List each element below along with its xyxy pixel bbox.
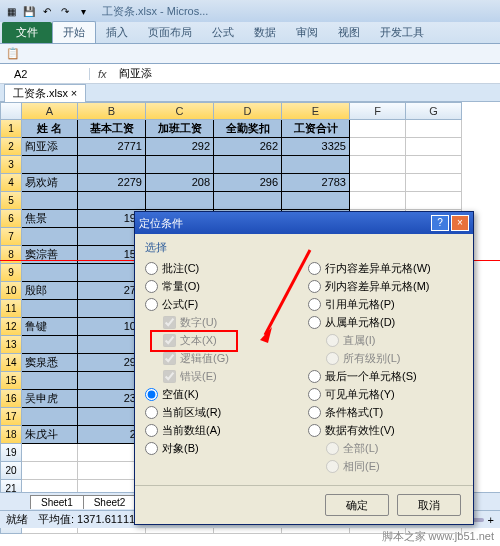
cell[interactable] — [22, 192, 78, 210]
cell[interactable] — [406, 138, 462, 156]
option[interactable]: 引用单元格(P) — [308, 295, 463, 313]
option[interactable]: 最后一个单元格(S) — [308, 367, 463, 385]
cell[interactable] — [22, 372, 78, 390]
cell[interactable]: 窦淙善 — [22, 246, 78, 264]
cell[interactable]: 姓 名 — [22, 120, 78, 138]
row-header[interactable]: 7 — [0, 228, 22, 246]
row-header[interactable]: 19 — [0, 444, 22, 462]
cell[interactable] — [214, 156, 282, 174]
row-header[interactable]: 1 — [0, 120, 22, 138]
row-header[interactable]: 10 — [0, 282, 22, 300]
cancel-button[interactable]: 取消 — [397, 494, 461, 516]
cell[interactable] — [22, 264, 78, 282]
row-header[interactable]: 5 — [0, 192, 22, 210]
option[interactable]: 对象(B) — [145, 439, 300, 457]
col-header[interactable]: E — [282, 102, 350, 120]
option[interactable]: 行内容差异单元格(W) — [308, 259, 463, 277]
option[interactable]: 当前区域(R) — [145, 403, 300, 421]
cell[interactable] — [350, 138, 406, 156]
cell[interactable] — [350, 120, 406, 138]
row-header[interactable]: 3 — [0, 156, 22, 174]
cell[interactable] — [22, 156, 78, 174]
dialog-close-button[interactable]: × — [451, 215, 469, 231]
tab-视图[interactable]: 视图 — [328, 22, 370, 43]
tab-开发工具[interactable]: 开发工具 — [370, 22, 434, 43]
tab-数据[interactable]: 数据 — [244, 22, 286, 43]
option[interactable]: 公式(F) — [145, 295, 300, 313]
option[interactable]: 数据有效性(V) — [308, 421, 463, 439]
cell[interactable]: 2771 — [78, 138, 146, 156]
row-header[interactable]: 14 — [0, 354, 22, 372]
row-header[interactable]: 18 — [0, 426, 22, 444]
cell[interactable] — [350, 192, 406, 210]
option[interactable]: 当前数组(A) — [145, 421, 300, 439]
option[interactable]: 常量(O) — [145, 277, 300, 295]
cell[interactable]: 工资合计 — [282, 120, 350, 138]
cell[interactable]: 加班工资 — [146, 120, 214, 138]
row-header[interactable]: 17 — [0, 408, 22, 426]
row-header[interactable]: 16 — [0, 390, 22, 408]
cell[interactable] — [282, 156, 350, 174]
cell[interactable]: 吴申虎 — [22, 390, 78, 408]
cell[interactable]: 朱戊斗 — [22, 426, 78, 444]
cell[interactable]: 窦泉悉 — [22, 354, 78, 372]
option[interactable]: 空值(K) — [145, 385, 300, 403]
cell[interactable] — [214, 192, 282, 210]
option[interactable]: 从属单元格(D) — [308, 313, 463, 331]
tab-file[interactable]: 文件 — [2, 22, 52, 43]
tab-审阅[interactable]: 审阅 — [286, 22, 328, 43]
cell[interactable] — [282, 192, 350, 210]
cell[interactable] — [350, 174, 406, 192]
col-header[interactable]: B — [78, 102, 146, 120]
row-header[interactable]: 2 — [0, 138, 22, 156]
qat-more-icon[interactable]: ▾ — [76, 4, 90, 18]
row-header[interactable]: 11 — [0, 300, 22, 318]
tab-页面布局[interactable]: 页面布局 — [138, 22, 202, 43]
cell[interactable] — [406, 192, 462, 210]
cell[interactable] — [22, 336, 78, 354]
cell[interactable] — [22, 228, 78, 246]
cell[interactable] — [78, 156, 146, 174]
cell[interactable]: 3325 — [282, 138, 350, 156]
ok-button[interactable]: 确定 — [325, 494, 389, 516]
row-header[interactable]: 13 — [0, 336, 22, 354]
cell[interactable]: 262 — [214, 138, 282, 156]
cell[interactable]: 焦景 — [22, 210, 78, 228]
cell[interactable] — [406, 156, 462, 174]
col-header[interactable]: D — [214, 102, 282, 120]
row-header[interactable]: 4 — [0, 174, 22, 192]
cell[interactable]: 296 — [214, 174, 282, 192]
cell[interactable] — [22, 408, 78, 426]
cell[interactable] — [22, 462, 78, 480]
redo-icon[interactable]: ↷ — [58, 4, 72, 18]
cell[interactable]: 鲁键 — [22, 318, 78, 336]
cell[interactable]: 易欢靖 — [22, 174, 78, 192]
cell[interactable] — [406, 174, 462, 192]
cell[interactable] — [78, 192, 146, 210]
col-header[interactable]: C — [146, 102, 214, 120]
option[interactable]: 列内容差异单元格(M) — [308, 277, 463, 295]
paste-icon[interactable]: 📋 — [6, 47, 20, 60]
tab-公式[interactable]: 公式 — [202, 22, 244, 43]
option[interactable]: 批注(C) — [145, 259, 300, 277]
formula-input[interactable]: 阎亚添 — [115, 66, 152, 81]
col-header[interactable]: G — [406, 102, 462, 120]
zoom-in-icon[interactable]: + — [488, 514, 494, 526]
cell[interactable]: 阎亚添 — [22, 138, 78, 156]
fx-icon[interactable]: fx — [90, 68, 115, 80]
name-box[interactable]: A2 — [0, 68, 90, 80]
cell[interactable]: 2783 — [282, 174, 350, 192]
cell[interactable]: 2279 — [78, 174, 146, 192]
option[interactable]: 条件格式(T) — [308, 403, 463, 421]
undo-icon[interactable]: ↶ — [40, 4, 54, 18]
close-doc-icon[interactable]: × — [71, 87, 77, 99]
sheet-tab[interactable]: Sheet1 — [30, 495, 84, 509]
cell[interactable]: 基本工资 — [78, 120, 146, 138]
tab-插入[interactable]: 插入 — [96, 22, 138, 43]
row-header[interactable]: 12 — [0, 318, 22, 336]
row-header[interactable]: 9 — [0, 264, 22, 282]
save-icon[interactable]: 💾 — [22, 4, 36, 18]
col-header[interactable]: A — [22, 102, 78, 120]
row-header[interactable]: 6 — [0, 210, 22, 228]
row-header[interactable]: 8 — [0, 246, 22, 264]
